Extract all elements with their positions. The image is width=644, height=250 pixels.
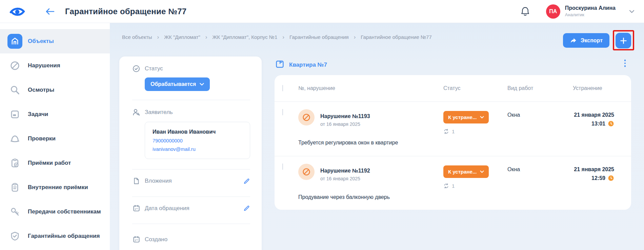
app-screen: Гарантийное обращение №77 ПА Проскурина … xyxy=(0,0,644,250)
sidebar-nav: Объекты Нарушения Осмотры Задачи Проверк… xyxy=(0,23,110,250)
chevron-down-icon xyxy=(480,116,484,119)
content-area: Все объекты › ЖК "Дипломат" › ЖК "Диплом… xyxy=(110,23,644,250)
page-title: Гарантийное обращение №77 xyxy=(65,7,186,16)
column-header: Вид работ xyxy=(507,85,573,91)
table-row: Нарушение №1193 от 16 января 2025 К устр… xyxy=(275,101,631,156)
breadcrumb-item[interactable]: ЖК "Дипломат", Корпус №1 xyxy=(212,34,277,40)
sidebar-item-tasks[interactable]: Задачи xyxy=(0,102,110,127)
user-info: Проскурина Алина Аналитик xyxy=(565,5,616,18)
hard-hat-icon xyxy=(7,131,22,146)
sidebar-item-label: Объекты xyxy=(28,38,54,45)
unit-kebab-menu-icon[interactable] xyxy=(621,58,629,68)
user-menu-chevron-down-icon[interactable] xyxy=(629,10,635,13)
breadcrumb-item[interactable]: ЖК "Дипломат" xyxy=(164,34,200,40)
violation-title-link[interactable]: Нарушение №1192 xyxy=(320,168,370,174)
home-icon xyxy=(7,34,22,49)
header-right: ПА Проскурина Алина Аналитик xyxy=(521,4,635,19)
magnifier-icon xyxy=(7,83,22,97)
calendar-icon xyxy=(132,235,140,243)
iteration-counter: 1 xyxy=(443,129,455,134)
slashed-circle-icon xyxy=(7,58,22,73)
status-label: Статус xyxy=(145,65,163,72)
top-header: Гарантийное обращение №77 ПА Проскурина … xyxy=(0,0,644,23)
violation-title-link[interactable]: Нарушение №1193 xyxy=(320,113,370,119)
person-key-icon xyxy=(132,108,140,116)
sidebar-item-owner-handover[interactable]: Передачи собственникам xyxy=(0,200,110,224)
row-status-dropdown[interactable]: К устране... xyxy=(443,165,489,178)
row-status-value: К устране... xyxy=(448,114,477,120)
status-value: Обрабатывается xyxy=(150,81,196,87)
calendar-icon xyxy=(132,204,140,212)
applicant-name: Иван Иванов Иванович xyxy=(153,129,242,135)
fix-time: 12:59 xyxy=(591,175,605,181)
chevron-right-icon: › xyxy=(205,34,207,40)
violation-description: Требуется регулировка окон в квартире xyxy=(298,140,614,146)
add-button[interactable] xyxy=(616,33,631,48)
applicant-label: Заявитель xyxy=(145,109,173,116)
shield-check-icon xyxy=(7,229,22,244)
share-export-icon xyxy=(570,38,577,44)
clock-icon xyxy=(608,175,614,181)
applicant-section-header: Заявитель xyxy=(132,108,250,116)
request-date-section-header: Дата обращения xyxy=(132,204,250,212)
applicant-phone-link[interactable]: 79000000000 xyxy=(153,138,242,143)
chevron-down-icon xyxy=(480,171,484,173)
sidebar-item-work-acceptance[interactable]: Приёмки работ xyxy=(0,151,110,175)
pencil-icon xyxy=(243,205,250,212)
applicant-card: Иван Иванов Иванович 79000000000 ivaniva… xyxy=(145,122,250,159)
row-status-dropdown[interactable]: К устране... xyxy=(443,111,489,123)
notifications-bell-icon[interactable] xyxy=(521,6,530,16)
request-details-panel: Статус Обрабатывается Заявитель Иван Ива… xyxy=(119,56,262,250)
breadcrumb-item[interactable]: Все объекты xyxy=(122,34,152,40)
edit-attachments-button[interactable] xyxy=(243,178,250,185)
sidebar-item-label: Осмотры xyxy=(28,87,54,93)
sidebar-item-label: Задачи xyxy=(28,111,48,118)
applicant-email-link[interactable]: ivanivanov@mail.ru xyxy=(153,146,242,152)
user-avatar[interactable]: ПА xyxy=(546,4,560,19)
fix-time-row: 12:59 xyxy=(591,175,614,181)
attachments-section-header: Вложения xyxy=(132,177,250,185)
sidebar-item-label: Передачи собственникам xyxy=(28,208,101,215)
violation-description: Продувание через балконную дверь xyxy=(298,194,614,200)
violation-slashed-circle-icon xyxy=(298,109,315,126)
breadcrumb-item[interactable]: Гарантийные обращения xyxy=(289,34,349,40)
attachments-label: Вложения xyxy=(145,178,172,184)
user-name: Проскурина Алина xyxy=(565,5,616,12)
sidebar-item-objects[interactable]: Объекты xyxy=(0,29,110,53)
sidebar-item-violations[interactable]: Нарушения xyxy=(0,53,110,78)
export-button-label: Экспорт xyxy=(581,38,603,44)
iteration-counter: 1 xyxy=(443,183,455,189)
sidebar-item-label: Гарантийные обращения xyxy=(28,233,100,240)
row-checkbox[interactable] xyxy=(282,109,283,115)
clipboard-check-icon xyxy=(7,156,22,171)
pencil-icon xyxy=(243,178,250,185)
sidebar-item-label: Приёмки работ xyxy=(28,160,71,166)
clock-icon xyxy=(608,120,614,127)
unit-title[interactable]: Квартира №7 xyxy=(289,62,327,68)
select-all-checkbox[interactable] xyxy=(282,85,283,91)
chevron-right-icon: › xyxy=(282,34,284,40)
request-date-label: Дата обращения xyxy=(145,205,189,212)
key-icon xyxy=(7,204,22,219)
back-arrow-icon[interactable] xyxy=(45,7,55,16)
check-circle-icon xyxy=(132,65,140,73)
table-header-row: №, нарушение Статус Вид работ Устранение xyxy=(275,75,631,101)
row-checkbox[interactable] xyxy=(282,163,283,170)
fix-date: 21 января 2025 xyxy=(574,112,614,118)
violations-table: №, нарушение Статус Вид работ Устранение… xyxy=(275,75,631,210)
chevron-right-icon: › xyxy=(157,34,159,40)
sidebar-item-warranty-requests[interactable]: Гарантийные обращения xyxy=(0,224,110,248)
sidebar-item-checks[interactable]: Проверки xyxy=(0,127,110,151)
status-dropdown[interactable]: Обрабатывается xyxy=(145,77,210,91)
violation-slashed-circle-icon xyxy=(298,164,315,180)
task-card-icon xyxy=(7,107,22,122)
breadcrumb-item-current: Гарантийное обращение №77 xyxy=(361,34,431,40)
work-type: Окна xyxy=(507,112,573,134)
file-icon xyxy=(132,177,140,185)
sidebar-item-internal-acceptance[interactable]: Внутренние приёмки xyxy=(0,175,110,200)
iteration-count: 1 xyxy=(452,183,455,189)
sidebar-item-inspections[interactable]: Осмотры xyxy=(0,78,110,102)
export-button[interactable]: Экспорт xyxy=(563,33,609,48)
edit-request-date-button[interactable] xyxy=(243,205,250,212)
table-row: Нарушение №1192 от 16 января 2025 К устр… xyxy=(275,156,631,210)
